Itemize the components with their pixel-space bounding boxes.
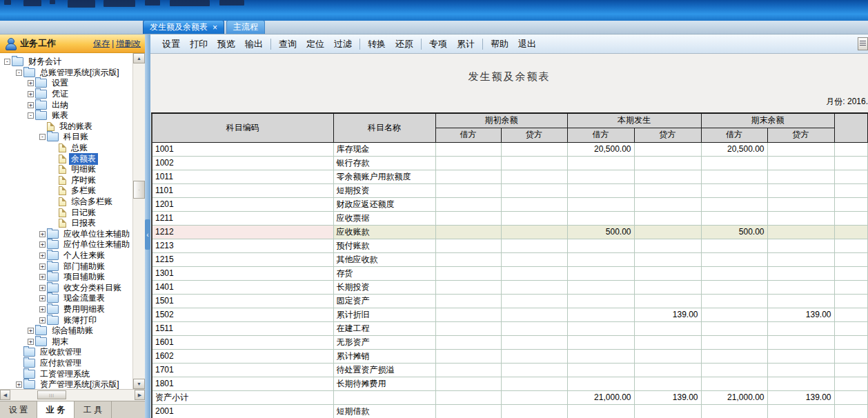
tree-item[interactable]: -总账管理系统[演示版] [1,68,145,79]
expand-icon[interactable]: + [39,241,46,248]
toolbar-button[interactable]: 帮助 [486,38,513,50]
expand-icon[interactable]: + [28,91,34,97]
expand-icon[interactable]: + [39,252,46,259]
tree-item[interactable]: +收支分类科目账 [1,282,145,293]
tab-main-flow[interactable]: 主流程 [226,20,265,34]
table-row-subtotal[interactable]: 资产小计21,000.00139.0021,000.00139.00 [152,390,867,404]
tree-item[interactable]: +账簿打印 [1,315,145,326]
table-row[interactable]: 1211应收票据 [152,211,867,225]
tree-item[interactable]: 日记账 [1,207,145,218]
tree-horizontal-scrollbar[interactable]: ◀ ||| ▶ [0,389,145,401]
tree-item[interactable]: +资产管理系统[演示版] [1,379,145,389]
tree-item[interactable]: 应付款管理 [1,358,145,369]
tree-item[interactable]: 工资管理系统 [1,368,145,379]
expand-icon[interactable]: + [39,295,46,301]
table-row[interactable]: 1511在建工程 [152,321,867,335]
expand-icon[interactable]: + [39,274,46,280]
toolbar-button[interactable]: 专项 [424,38,452,50]
tree-item[interactable]: 应收款管理 [1,347,145,358]
tree-item[interactable]: 明细账 [1,164,145,175]
tree-item[interactable]: +费用明细表 [1,304,145,315]
tree-item[interactable]: +综合辅助账 [1,326,145,337]
edit-link[interactable]: 增删改 [116,39,141,48]
toolbar-button[interactable]: 定位 [302,38,329,50]
collapse-icon[interactable]: - [39,134,46,140]
tree-item[interactable]: 序时账 [1,175,145,186]
table-row[interactable]: 1301存货 [152,266,867,280]
tab-tools[interactable]: 工 具 [75,401,112,418]
table-row[interactable]: 1602累计摊销 [152,349,867,363]
toolbar-button[interactable]: 打印 [185,38,213,50]
tree-item[interactable]: +设置 [1,78,145,89]
tab-settings[interactable]: 设 置 [0,401,37,418]
scroll-right-button[interactable]: ▶ [135,390,145,400]
tree-item[interactable]: 多栏账 [1,186,145,197]
table-row[interactable]: 1002银行存款 [152,156,867,170]
expand-icon[interactable]: + [39,317,46,324]
table-row[interactable]: 1401长期投资 [152,280,867,294]
table-row[interactable]: 1101短期投资 [152,183,867,197]
toolbar-button[interactable]: 查询 [274,38,302,50]
toolbar-button[interactable]: 还原 [391,38,418,50]
tree-item[interactable]: +现金流量表 [1,293,145,304]
tree-item[interactable]: +凭证 [1,89,145,100]
expand-icon[interactable]: + [28,328,34,334]
tree-item[interactable]: +项目辅助账 [1,272,145,283]
panel-splitter[interactable]: ‹ [145,34,150,418]
tree-item[interactable]: -财务会计 [1,57,145,68]
close-icon[interactable]: × [213,23,217,32]
table-row[interactable]: 1011零余额账户用款额度 [152,170,867,183]
tree-item[interactable]: 总账 [1,143,145,154]
tab-business[interactable]: 业 务 [37,401,75,418]
tree-item[interactable]: +期末 [1,336,145,347]
expand-icon[interactable]: + [39,285,46,291]
collapse-panel-icon[interactable]: ‹ [145,219,150,250]
toolbar-button[interactable]: 输出 [240,38,268,50]
tree-item[interactable]: +应收单位往来辅助 [1,229,145,240]
tree-item[interactable]: 综合多栏账 [1,197,145,208]
scroll-up-button[interactable]: ▲ [133,53,145,63]
table-row[interactable]: 2001短期借款 [152,404,867,418]
table-row[interactable]: 1801长期待摊费用 [152,377,867,390]
table-row[interactable]: 1201财政应返还额度 [152,197,867,211]
expand-icon[interactable]: + [28,102,34,108]
collapse-icon[interactable]: - [4,59,10,65]
toolbar-options-icon[interactable] [858,37,868,50]
toolbar-button[interactable]: 累计 [452,38,480,50]
toolbar-button[interactable]: 预览 [213,38,240,50]
table-row[interactable]: 1213预付账款 [152,239,867,252]
expand-icon[interactable]: + [39,306,46,312]
expand-icon[interactable]: + [39,263,46,270]
collapse-icon[interactable]: - [28,112,34,119]
table-row[interactable]: 1701待处置资产损溢 [152,363,867,377]
scrollbar-thumb[interactable]: - [133,181,145,199]
tree-item[interactable]: 日报表 [1,218,145,229]
toolbar-button[interactable]: 过滤 [329,38,357,50]
table-row[interactable]: 1212应收账款500.00500.00 [152,225,867,239]
tree-item[interactable]: +部门辅助账 [1,261,145,272]
table-row[interactable]: 1601无形资产 [152,335,867,349]
tree-item[interactable]: +出纳 [1,99,145,110]
scrollbar-thumb[interactable]: ||| [37,390,66,399]
table-row[interactable]: 1215其他应收款 [152,252,867,266]
expand-icon[interactable]: + [39,231,46,237]
expand-icon[interactable]: + [28,80,34,86]
table-row[interactable]: 1001库存现金20,500.0020,500.00 [152,142,867,156]
tree-item[interactable]: -账表 [1,110,145,121]
table-row[interactable]: 1501固定资产 [152,294,867,308]
tree-vertical-scrollbar[interactable]: ▲ - ▼ [132,53,145,389]
tab-balance-report[interactable]: 发生额及余额表 × [143,20,224,34]
toolbar-button[interactable]: 转换 [363,38,391,50]
collapse-icon[interactable]: - [16,70,22,76]
tree-item[interactable]: 余额表 [1,153,145,164]
tree-item[interactable]: +应付单位往来辅助 [1,239,145,250]
scroll-down-button[interactable]: ▼ [133,379,145,389]
table-row[interactable]: 1502累计折旧139.00139.00 [152,308,867,321]
tree-item[interactable]: +个人往来账 [1,250,145,261]
expand-icon[interactable]: + [28,339,34,345]
save-link[interactable]: 保存 [93,39,110,48]
tree-item[interactable]: -科目账 [1,132,145,143]
toolbar-button[interactable]: 退出 [513,38,541,50]
expand-icon[interactable]: + [16,381,22,388]
toolbar-button[interactable]: 设置 [157,38,185,50]
